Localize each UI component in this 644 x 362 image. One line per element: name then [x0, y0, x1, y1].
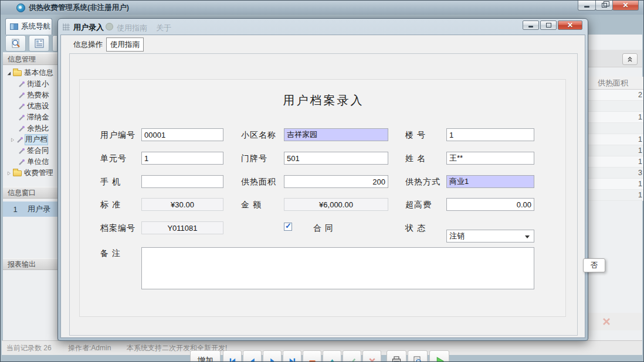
print-preview-button[interactable]	[408, 350, 428, 362]
status-record-count: 当前记录数 26	[6, 343, 52, 353]
sidebar-section-report-output[interactable]: 报表输出	[3, 258, 57, 270]
first-record-button[interactable]	[223, 350, 242, 362]
printer-icon	[391, 356, 402, 362]
heat-mode-input[interactable]	[446, 175, 534, 188]
folder-icon	[13, 70, 22, 76]
post-record-button[interactable]	[343, 350, 361, 362]
unit-input[interactable]	[141, 152, 223, 165]
user-id-input[interactable]	[141, 128, 223, 141]
name-input[interactable]	[446, 152, 534, 165]
label-contract: 合 同	[313, 223, 334, 234]
execute-button[interactable]	[429, 350, 449, 362]
tab-usage-guide[interactable]: 使用指南	[106, 37, 144, 52]
dialog-window-controls: ✕	[521, 21, 582, 30]
mobile-input[interactable]	[141, 175, 223, 188]
dialog-maximize-button[interactable]	[540, 21, 557, 30]
form-title: 用户档案录入	[70, 93, 577, 108]
amount-readonly-field: ¥6,000.00	[284, 198, 388, 211]
search-document-icon	[10, 37, 22, 49]
grid-row[interactable]: 1	[586, 112, 643, 123]
ghost-menu-about: 关于	[156, 23, 171, 33]
minimize-button[interactable]	[578, 1, 596, 11]
print-button[interactable]	[387, 350, 406, 362]
grid-column-header[interactable]: | 供热面积	[586, 77, 643, 90]
over-height-fee-input[interactable]	[446, 198, 534, 211]
background-disabled-toolbar	[587, 313, 642, 330]
tree-item-late-fee[interactable]: 滞纳金	[3, 112, 57, 123]
ghost-guide-icon	[106, 23, 113, 30]
clipped-tool-button[interactable]	[52, 35, 57, 52]
label-status: 状 态	[405, 223, 426, 234]
collapse-panel-button[interactable]	[622, 53, 638, 65]
label-remark: 备 注	[100, 248, 121, 259]
dialog-close-button[interactable]: ✕	[558, 21, 582, 30]
sidebar-section-info-window[interactable]: 信息窗口	[3, 187, 57, 199]
tab-info-operation[interactable]: 信息操作	[71, 37, 105, 52]
label-door: 门牌号	[241, 153, 267, 164]
grid-row[interactable]	[586, 101, 643, 112]
grid-row[interactable]: 1	[586, 156, 643, 168]
nav-tab-label: 系统导航	[21, 22, 50, 32]
report-list-icon	[33, 37, 45, 49]
grid-row[interactable]: 1	[586, 190, 643, 201]
prev-record-button[interactable]	[243, 350, 262, 362]
door-input[interactable]	[284, 152, 388, 165]
edit-record-button[interactable]	[323, 350, 341, 362]
grid-row[interactable]: 3	[586, 168, 643, 179]
main-window-title: 供热收费管理系统(非注册用户)	[29, 3, 129, 13]
delete-record-icon	[308, 357, 317, 362]
app-logo-icon	[16, 4, 25, 12]
grid-row[interactable]: 2	[586, 90, 643, 101]
ghost-menu-guide: 使用指南	[117, 23, 147, 33]
grid-row[interactable]: 1	[586, 134, 643, 145]
dialog-body: 信息操作 使用指南 用户档案录入 用户编号 小区名称 楼 号 单元号 门牌号	[60, 35, 585, 338]
grid-row[interactable]	[586, 123, 643, 134]
remark-textarea[interactable]	[141, 247, 534, 289]
report-tool-button[interactable]	[29, 35, 49, 52]
restore-button[interactable]	[595, 1, 613, 11]
tree-item-contract[interactable]: 签合同	[3, 145, 57, 156]
label-name: 姓 名	[405, 153, 426, 164]
confirm-check-icon	[348, 357, 357, 362]
tree-item-fee-mgmt[interactable]: 收费管理	[3, 168, 57, 179]
building-input[interactable]	[446, 128, 534, 141]
tree-item-unit-info[interactable]: 单位信	[3, 156, 57, 168]
sidebar-section-info-mgmt[interactable]: 信息管理	[3, 53, 57, 65]
navigation-panel-icon	[10, 23, 18, 30]
next-record-button[interactable]	[263, 350, 282, 362]
tree-item-street[interactable]: 街道小	[3, 78, 57, 90]
close-icon: ✕	[567, 22, 573, 29]
grid-row[interactable]: 1	[586, 145, 643, 156]
add-record-button[interactable]: 增加	[190, 350, 221, 362]
tree-item-user-file[interactable]: 用户档	[3, 134, 57, 145]
label-heat-mode: 供热方式	[405, 177, 440, 187]
status-dropdown[interactable]: 注销	[446, 230, 534, 243]
cancel-edit-button[interactable]	[362, 350, 381, 362]
community-input[interactable]	[284, 128, 388, 141]
tree-item-heat-fee[interactable]: 热费标	[3, 90, 57, 101]
area-input[interactable]	[284, 175, 388, 188]
edit-record-icon	[328, 357, 337, 362]
tool-icon	[18, 114, 25, 121]
last-record-button[interactable]	[283, 350, 301, 362]
delete-record-button[interactable]	[303, 350, 321, 362]
info-window-item-label: 用户录	[28, 204, 50, 214]
tree-item-residual-heat[interactable]: 余热比	[3, 123, 57, 134]
close-button[interactable]: ✕	[612, 1, 639, 11]
first-record-icon	[228, 357, 237, 362]
tree-item-basic-info[interactable]: 基本信息	[3, 67, 57, 78]
label-file-no: 档案编号	[100, 223, 135, 234]
play-icon	[435, 356, 445, 362]
label-over-height-fee: 超高费	[405, 200, 432, 210]
file-no-readonly-field: Y011081	[141, 221, 223, 234]
print-preview-icon	[412, 356, 423, 362]
label-community: 小区名称	[241, 130, 276, 141]
dialog-minimize-button[interactable]	[523, 21, 539, 30]
double-chevron-up-icon	[626, 56, 633, 63]
tree-item-discount[interactable]: 优惠设	[3, 101, 57, 112]
tab-system-navigation[interactable]: 系统导航	[5, 18, 52, 35]
grid-row[interactable]: 1	[586, 179, 643, 190]
info-window-item[interactable]: 1 用户录	[3, 202, 57, 217]
contract-checkbox[interactable]	[284, 223, 292, 231]
preview-tool-button[interactable]	[5, 35, 26, 52]
